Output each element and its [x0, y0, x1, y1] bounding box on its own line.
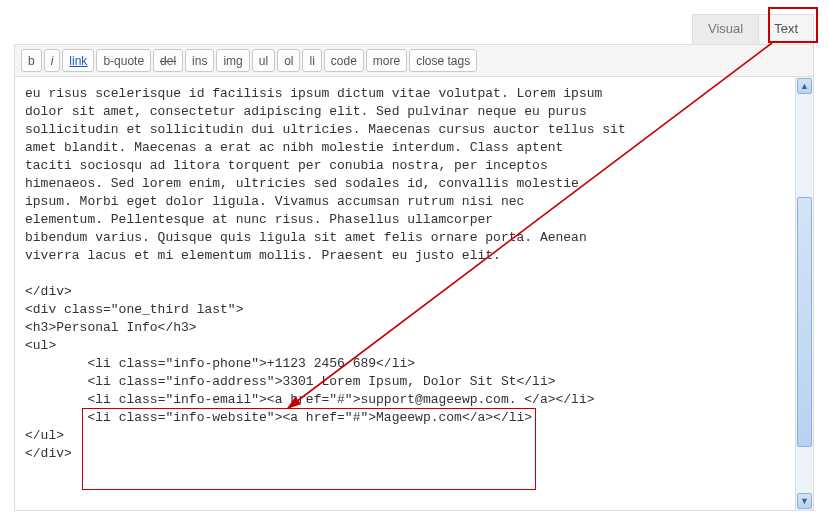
scroll-down-button[interactable]: ▼ [797, 493, 812, 509]
tab-row: Visual Text [14, 14, 814, 44]
toolbar-ins-button[interactable]: ins [185, 49, 214, 72]
toolbar-closetags-button[interactable]: close tags [409, 49, 477, 72]
toolbar-img-button[interactable]: img [216, 49, 249, 72]
toolbar-del-button[interactable]: del [153, 49, 183, 72]
toolbar-li-button[interactable]: li [302, 49, 321, 72]
toolbar-ol-button[interactable]: ol [277, 49, 300, 72]
tab-text[interactable]: Text [758, 14, 814, 44]
toolbar: b i link b-quote del ins img ul ol li co… [14, 44, 814, 77]
toolbar-more-button[interactable]: more [366, 49, 407, 72]
toolbar-code-button[interactable]: code [324, 49, 364, 72]
content-textarea[interactable]: eu risus scelerisque id facilisis ipsum … [15, 77, 795, 510]
toolbar-link-button[interactable]: link [62, 49, 94, 72]
editor-container: Visual Text b i link b-quote del ins img… [14, 14, 814, 511]
toolbar-ul-button[interactable]: ul [252, 49, 275, 72]
tab-visual[interactable]: Visual [692, 14, 758, 44]
toolbar-bquote-button[interactable]: b-quote [96, 49, 151, 72]
toolbar-italic-button[interactable]: i [44, 49, 61, 72]
toolbar-bold-button[interactable]: b [21, 49, 42, 72]
editor-body: eu risus scelerisque id facilisis ipsum … [14, 77, 814, 511]
scroll-thumb[interactable] [797, 197, 812, 447]
scroll-up-button[interactable]: ▲ [797, 78, 812, 94]
vertical-scrollbar[interactable]: ▲ ▼ [795, 77, 813, 510]
